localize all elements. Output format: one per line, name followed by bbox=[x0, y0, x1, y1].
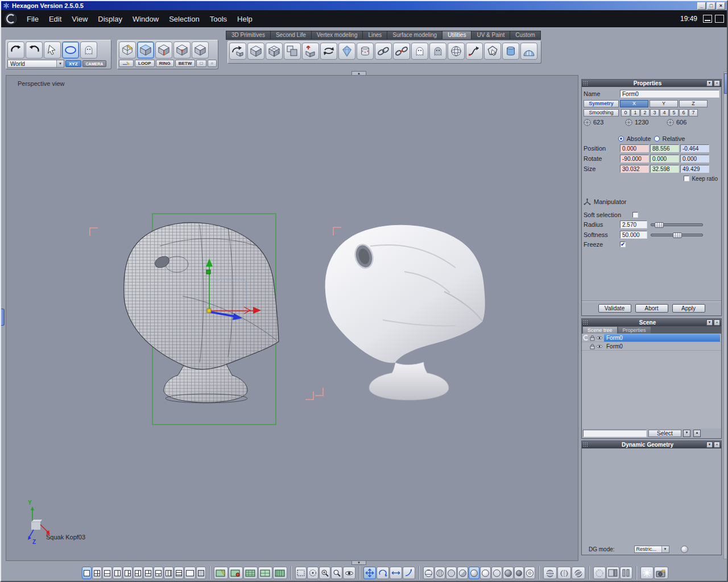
size-y-input[interactable] bbox=[650, 165, 679, 173]
scene-item-name[interactable]: Form0 bbox=[604, 334, 720, 342]
menu-display[interactable]: Display bbox=[93, 13, 127, 25]
menu-help[interactable]: Help bbox=[232, 13, 258, 25]
properties-panel-header[interactable]: Properties ▼ × bbox=[582, 80, 721, 87]
edge-pencil-cube-icon[interactable] bbox=[119, 41, 136, 59]
zoom-in-icon[interactable] bbox=[319, 567, 330, 579]
scene-down-button[interactable]: ▼ bbox=[683, 430, 690, 437]
menu-window[interactable]: Window bbox=[127, 13, 164, 25]
rotate-y-input[interactable] bbox=[650, 155, 679, 163]
symmetry-button[interactable]: Symmetry bbox=[584, 100, 619, 107]
zoom-icon[interactable] bbox=[331, 567, 342, 579]
marquee-icon[interactable] bbox=[295, 567, 307, 579]
xyz-toggle-button[interactable]: XYZ bbox=[65, 60, 81, 67]
gizmo-origin-handle[interactable] bbox=[207, 309, 211, 313]
soft-selection-checkbox[interactable] bbox=[632, 212, 638, 218]
tab-utilities[interactable]: Utilities bbox=[442, 31, 471, 39]
position-y-input[interactable] bbox=[650, 144, 679, 152]
betw-button[interactable]: BETW bbox=[175, 60, 196, 67]
dg-mode-dropdown[interactable]: Restric... ▼ bbox=[634, 546, 669, 553]
menu-edit[interactable]: Edit bbox=[44, 13, 67, 25]
unweld-chain-icon[interactable] bbox=[393, 43, 410, 60]
softness-slider[interactable] bbox=[651, 234, 703, 236]
orbit-cursor-icon[interactable] bbox=[377, 567, 389, 579]
select-button[interactable]: Select bbox=[648, 430, 681, 437]
offset-cubes-icon[interactable] bbox=[284, 43, 301, 60]
sphere-wire-sparse[interactable] bbox=[423, 567, 434, 579]
sphere-dark[interactable] bbox=[503, 567, 514, 579]
scene-properties-tab[interactable]: Properties bbox=[618, 327, 651, 334]
menu-view[interactable]: View bbox=[67, 13, 93, 25]
layout-thirds-h[interactable] bbox=[174, 567, 184, 579]
smoothing-level-3[interactable]: 3 bbox=[650, 109, 659, 117]
ring-button[interactable]: RING bbox=[156, 60, 174, 67]
marquee-mini-icon[interactable] bbox=[196, 60, 206, 67]
sphere-flat[interactable] bbox=[446, 567, 457, 579]
drag-grip-icon[interactable] bbox=[583, 320, 589, 325]
perspective-viewport[interactable]: Perspective view Squak Kopf03 Y X Z bbox=[6, 75, 578, 561]
scene-filter-input[interactable] bbox=[583, 430, 647, 437]
panels-icon[interactable] bbox=[606, 567, 619, 579]
scene-tree-row[interactable]: Form0 bbox=[582, 334, 721, 342]
viewport-collapse-top[interactable]: ▲ bbox=[351, 71, 366, 76]
copy-cube-icon[interactable] bbox=[229, 43, 246, 60]
smoothing-level-0[interactable]: 0 bbox=[621, 109, 630, 117]
scene-tree-row[interactable]: Form0 bbox=[582, 342, 721, 351]
loop-button[interactable]: LOOP bbox=[135, 60, 155, 67]
scene-tree-tab[interactable]: Scene tree bbox=[583, 327, 617, 334]
dynamic-geometry-header[interactable]: Dynamic Geometry ▼ × bbox=[582, 441, 721, 448]
sphere-swoosh-3[interactable] bbox=[572, 567, 585, 579]
abort-button[interactable]: Abort bbox=[635, 304, 668, 313]
patterned-cube-icon[interactable] bbox=[266, 43, 283, 60]
eye-icon[interactable] bbox=[596, 335, 603, 340]
lock-icon[interactable] bbox=[590, 335, 595, 341]
layout-single[interactable] bbox=[82, 567, 92, 579]
sphere-swoosh-1[interactable] bbox=[543, 567, 557, 579]
symmetry-z-button[interactable]: Z bbox=[679, 100, 708, 107]
layout-wide[interactable] bbox=[184, 567, 196, 579]
tab-lines[interactable]: Lines bbox=[363, 31, 387, 39]
ghost-sphere-icon[interactable] bbox=[593, 567, 606, 579]
panel-close-icon[interactable]: × bbox=[714, 319, 720, 326]
ellipse-mini-icon[interactable] bbox=[208, 60, 217, 67]
symmetry-y-button[interactable]: Y bbox=[650, 100, 678, 107]
cylinder-points-icon[interactable] bbox=[357, 43, 374, 60]
sphere-gloss[interactable] bbox=[480, 567, 491, 579]
wire-sphere-icon[interactable] bbox=[448, 43, 465, 60]
blue-cylinder-icon[interactable] bbox=[502, 43, 519, 60]
sphere-dot[interactable] bbox=[524, 567, 535, 579]
polygon-cursor-icon[interactable] bbox=[484, 43, 501, 60]
validate-button[interactable]: Validate bbox=[598, 304, 631, 313]
sphere-textured[interactable] bbox=[491, 567, 502, 579]
arc-select-left-icon[interactable] bbox=[7, 41, 24, 59]
wireframe-model[interactable] bbox=[124, 223, 279, 403]
cube-icon[interactable] bbox=[247, 43, 264, 60]
sphere-smooth[interactable] bbox=[469, 567, 479, 579]
scene-up-button[interactable]: ▲ bbox=[693, 430, 701, 437]
layout-plain[interactable] bbox=[196, 567, 206, 579]
freeze-checkbox[interactable]: ✔ bbox=[620, 242, 626, 247]
edge-cube-icon[interactable] bbox=[155, 41, 172, 59]
show-ghost-icon[interactable] bbox=[429, 43, 446, 60]
panel-close-icon[interactable]: × bbox=[714, 442, 720, 448]
maximize-button[interactable]: □ bbox=[707, 2, 715, 10]
smoothing-level-2[interactable]: 2 bbox=[640, 109, 650, 117]
swoop-cursor-icon[interactable] bbox=[403, 567, 415, 579]
spin-arrows-icon[interactable] bbox=[320, 43, 337, 60]
phantom-icon[interactable] bbox=[80, 41, 97, 59]
smoothing-level-4[interactable]: 4 bbox=[660, 109, 669, 117]
layout-2v[interactable] bbox=[113, 567, 122, 579]
dg-indicator-ball[interactable] bbox=[681, 546, 688, 553]
layout-quad[interactable] bbox=[92, 567, 102, 579]
minimize-button[interactable]: _ bbox=[697, 2, 706, 10]
striped-shell-icon[interactable] bbox=[520, 43, 537, 60]
screen-grid-icon-3[interactable] bbox=[273, 567, 287, 579]
panel-rollup-icon[interactable]: ▼ bbox=[706, 442, 713, 448]
extract-cube-icon[interactable] bbox=[302, 43, 319, 60]
ellipse-select-icon[interactable] bbox=[62, 41, 79, 59]
layout-thirds-v[interactable] bbox=[164, 567, 173, 579]
menu-file[interactable]: File bbox=[22, 13, 44, 25]
ui-maximize-button[interactable] bbox=[715, 15, 724, 23]
light-burst-icon[interactable] bbox=[640, 567, 653, 579]
tab-second-life[interactable]: Second Life bbox=[271, 31, 311, 39]
world-dropdown[interactable]: World ▼ bbox=[7, 60, 64, 68]
